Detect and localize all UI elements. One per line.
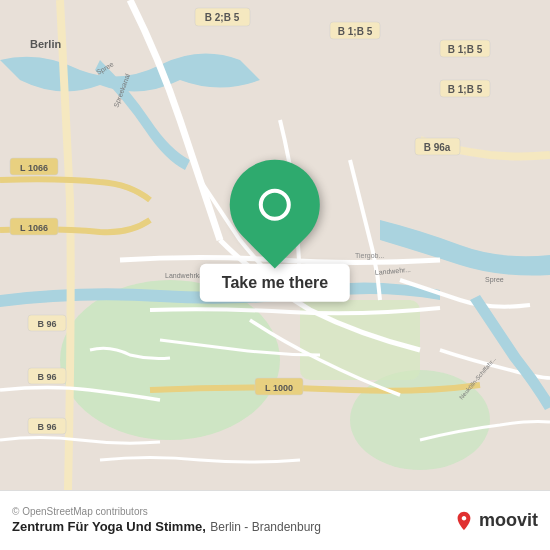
moovit-text: moovit <box>479 510 538 531</box>
location-overlay: Take me there <box>200 160 350 302</box>
take-me-there-button[interactable]: Take me there <box>200 264 350 302</box>
svg-text:L 1066: L 1066 <box>20 223 48 233</box>
svg-text:B 1;B 5: B 1;B 5 <box>338 26 373 37</box>
moovit-pin-icon <box>453 510 475 532</box>
moovit-logo: moovit <box>453 510 538 532</box>
svg-text:B 2;B 5: B 2;B 5 <box>205 12 240 23</box>
svg-text:Tiergob...: Tiergob... <box>355 252 384 260</box>
pin-circle-icon <box>259 189 291 221</box>
pin-inner <box>259 189 291 221</box>
svg-text:B 96: B 96 <box>37 372 56 382</box>
location-name: Zentrum Für Yoga Und Stimme, <box>12 519 206 534</box>
footer: © OpenStreetMap contributors Zentrum Für… <box>0 490 550 550</box>
svg-text:B 96: B 96 <box>37 422 56 432</box>
location-details: Zentrum Für Yoga Und Stimme, Berlin - Br… <box>12 517 321 535</box>
svg-point-1 <box>60 280 280 440</box>
location-region: Berlin - Brandenburg <box>210 520 321 534</box>
svg-text:B 1;B 5: B 1;B 5 <box>448 84 483 95</box>
svg-text:B 96: B 96 <box>37 319 56 329</box>
copyright-text: © OpenStreetMap contributors <box>12 506 321 517</box>
svg-text:L 1000: L 1000 <box>265 383 293 393</box>
svg-text:Berlin: Berlin <box>30 38 61 50</box>
svg-text:B 96a: B 96a <box>424 142 451 153</box>
svg-text:B 1;B 5: B 1;B 5 <box>448 44 483 55</box>
footer-info: © OpenStreetMap contributors Zentrum Für… <box>12 506 321 535</box>
location-pin <box>211 141 338 268</box>
svg-text:L 1066: L 1066 <box>20 163 48 173</box>
map-container: B 2;B 5 B 1;B 5 B 1;B 5 B 1;B 5 B 96a L … <box>0 0 550 490</box>
svg-text:Spree: Spree <box>485 276 504 284</box>
